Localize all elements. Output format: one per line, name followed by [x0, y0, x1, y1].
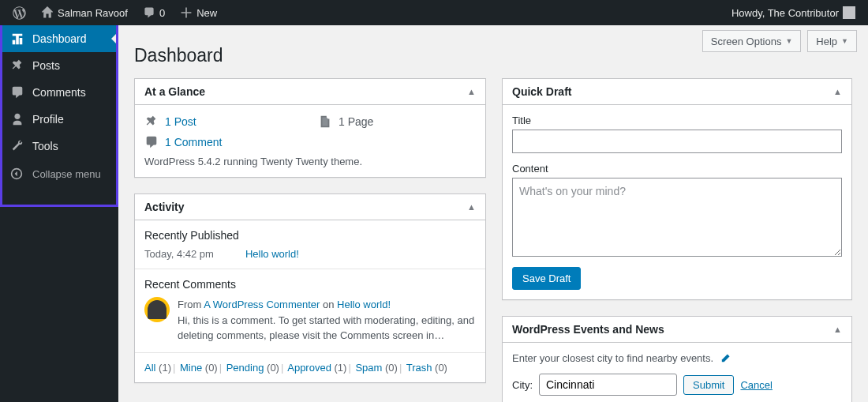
my-account[interactable]: Howdy, The Contributor: [725, 0, 862, 25]
events-intro-text: Enter your closest city to find nearby e…: [512, 352, 713, 364]
draft-title-label: Title: [512, 115, 842, 126]
commenter-avatar: [144, 297, 170, 322]
sidebar-item-tools[interactable]: Tools: [2, 133, 116, 160]
filter-all[interactable]: All: [144, 362, 155, 374]
widget-title: Activity: [144, 201, 185, 213]
widget-title: Quick Draft: [512, 85, 571, 98]
glance-comments[interactable]: 1 Comment: [144, 135, 302, 149]
publish-title-link[interactable]: Hello world!: [245, 248, 299, 260]
sidebar-item-posts[interactable]: Posts: [2, 52, 116, 79]
filter-mine[interactable]: Mine: [180, 362, 202, 374]
collapse-widget-icon[interactable]: ▲: [833, 325, 842, 334]
howdy-text: Howdy, The Contributor: [731, 7, 839, 19]
page-icon: [318, 115, 332, 129]
user-icon: [10, 112, 26, 126]
sidebar-label: Comments: [32, 86, 86, 99]
draft-content-label: Content: [512, 163, 842, 175]
sidebar-label: Tools: [32, 140, 58, 152]
widget-at-a-glance: At a Glance▲ 1 Post 1 Page: [134, 78, 486, 178]
sidebar-item-dashboard[interactable]: Dashboard: [2, 25, 116, 52]
collapse-icon: [10, 167, 26, 180]
new-content[interactable]: New: [174, 0, 223, 25]
help-button[interactable]: Help▼: [807, 30, 857, 52]
new-label: New: [196, 7, 217, 19]
commenter-link[interactable]: A WordPress Commenter: [204, 299, 320, 310]
save-draft-button[interactable]: Save Draft: [512, 267, 581, 290]
widget-events-news: WordPress Events and News▲ Enter your cl…: [502, 316, 852, 402]
comment-icon: [144, 135, 159, 149]
collapse-widget-icon[interactable]: ▲: [467, 87, 476, 96]
comment-entry: From A WordPress Commenter on Hello worl…: [178, 297, 476, 344]
filter-pending[interactable]: Pending: [226, 362, 264, 374]
cancel-city-link[interactable]: Cancel: [740, 379, 772, 391]
wp-version-text: WordPress 5.4.2 running Twenty Twenty th…: [144, 156, 476, 167]
filter-spam[interactable]: Spam: [355, 362, 382, 374]
home-icon: [41, 6, 54, 19]
widget-activity: Activity▲ Recently Published Today, 4:42…: [134, 193, 486, 383]
admin-sidebar: Dashboard Posts Comments Profile Tools: [0, 25, 118, 207]
site-name: Salman Ravoof: [58, 7, 128, 19]
glance-posts[interactable]: 1 Post: [144, 115, 302, 129]
sidebar-item-comments[interactable]: Comments: [2, 79, 116, 106]
city-input[interactable]: [539, 374, 677, 396]
screen-options-button[interactable]: Screen Options▼: [702, 30, 802, 52]
chevron-down-icon: ▼: [785, 37, 792, 45]
sidebar-label: Profile: [32, 113, 64, 126]
draft-title-input[interactable]: [512, 130, 842, 153]
comment-icon: [10, 85, 26, 100]
sidebar-item-profile[interactable]: Profile: [2, 106, 116, 133]
plus-icon: [180, 6, 193, 19]
widget-title: At a Glance: [144, 85, 205, 98]
sidebar-bg: [0, 207, 118, 402]
comments-count: 0: [159, 7, 165, 19]
comment-post-link[interactable]: Hello world!: [337, 299, 391, 310]
dashboard-icon: [10, 32, 26, 46]
recent-comments-heading: Recent Comments: [144, 278, 476, 291]
comment-icon: [143, 6, 155, 19]
draft-content-textarea[interactable]: [512, 178, 842, 257]
widget-quick-draft: Quick Draft▲ Title Content Save Draft: [502, 78, 852, 300]
admin-toolbar: Salman Ravoof 0 New Howdy, The Contribut…: [0, 0, 868, 25]
collapse-menu[interactable]: Collapse menu: [2, 160, 116, 188]
collapse-widget-icon[interactable]: ▲: [467, 202, 476, 212]
collapse-label: Collapse menu: [32, 168, 101, 180]
pin-icon: [10, 58, 26, 73]
recently-published-heading: Recently Published: [144, 229, 476, 242]
pin-icon: [144, 115, 159, 129]
collapse-widget-icon[interactable]: ▲: [833, 87, 842, 96]
city-label: City:: [512, 379, 533, 391]
sidebar-label: Posts: [32, 59, 60, 72]
comment-excerpt: Hi, this is a comment. To get started wi…: [178, 314, 474, 342]
main-content: Screen Options▼ Help▼ Dashboard At a Gla…: [118, 25, 868, 402]
avatar-icon: [843, 6, 855, 19]
comments-bubble[interactable]: 0: [137, 0, 171, 25]
publish-time: Today, 4:42 pm: [144, 248, 214, 260]
widget-title: WordPress Events and News: [512, 323, 664, 336]
chevron-down-icon: ▼: [841, 37, 848, 45]
comment-filters: All (1)| Mine (0)| Pending (0)| Approved…: [135, 352, 485, 382]
wrench-icon: [10, 139, 26, 153]
sidebar-label: Dashboard: [32, 32, 87, 45]
submit-city-button[interactable]: Submit: [683, 375, 734, 395]
wordpress-icon: [13, 6, 26, 20]
filter-approved[interactable]: Approved: [287, 362, 331, 374]
filter-trash[interactable]: Trash: [406, 362, 432, 374]
wp-logo[interactable]: [6, 0, 32, 25]
site-link[interactable]: Salman Ravoof: [35, 0, 134, 25]
pencil-icon[interactable]: [720, 353, 731, 364]
glance-pages: 1 Page: [318, 115, 476, 129]
